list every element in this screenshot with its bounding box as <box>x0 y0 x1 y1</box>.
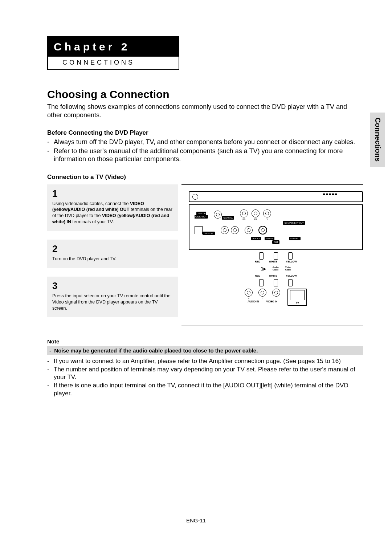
plug-icon <box>259 252 264 260</box>
jack-icon <box>252 209 260 217</box>
step-number: 3 <box>52 280 173 292</box>
step-number: 1 <box>52 188 173 199</box>
note-list: -If you want to connect to an Amplifier,… <box>47 357 363 397</box>
jack-icon <box>240 209 248 217</box>
label-coaxial: COAXIAL <box>222 216 234 220</box>
chapter-subtitle: CONNECTIONS <box>48 57 179 69</box>
dvd-player-front-icon <box>189 191 363 202</box>
chapter-label: Chapter 2 <box>48 37 179 57</box>
jack-icon <box>221 226 229 234</box>
section-intro: The following shows examples of connecti… <box>47 103 363 119</box>
jack-icon <box>214 211 222 219</box>
label-digital: DIGITAL AUDIO OUT <box>195 212 208 219</box>
note-item: The number and position of terminals may… <box>54 366 363 381</box>
before-list: -Always turn off the DVD player, TV, and… <box>47 138 363 163</box>
plug-icon <box>259 279 264 286</box>
jack-icon <box>245 226 253 234</box>
jack-icon <box>263 209 271 217</box>
step-body: Turn on the DVD player and TV. <box>52 256 173 262</box>
plug-icon <box>288 252 293 260</box>
plug-icon <box>274 252 278 260</box>
chapter-box: Chapter 2 CONNECTIONS <box>47 36 179 70</box>
plug-icon <box>288 279 293 286</box>
tvconn-heading: Connection to a TV (Video) <box>47 174 363 181</box>
connection-diagram: DIGITAL AUDIO OUT COAXIAL PB PR Y COMPON… <box>181 184 363 326</box>
label-component: COMPONENT OUT <box>283 221 305 225</box>
plug-icon <box>274 279 278 286</box>
step-body: Using video/audio cables, connect the VI… <box>52 201 173 225</box>
step-number: 2 <box>52 243 173 254</box>
note-item: If you want to connect to an Amplifier, … <box>54 357 341 365</box>
tv-jacks-icon: R L AUDIO IN VIDEO IN <box>245 289 280 303</box>
svideo-jack-icon <box>258 226 267 235</box>
side-tab: Connections <box>370 113 385 167</box>
note-item: If there is one audio input terminal on … <box>54 382 363 397</box>
section-title: Choosing a Connection <box>47 88 363 101</box>
note-highlight: - Noise may be generated if the audio ca… <box>47 346 363 355</box>
label-out: OUT <box>272 240 280 244</box>
tv-icon: TV <box>287 289 307 306</box>
before-heading: Before Connecting the DVD Player <box>47 129 363 136</box>
dvd-back-panel-icon: DIGITAL AUDIO OUT COAXIAL PB PR Y COMPON… <box>189 204 363 250</box>
jack-icon <box>231 226 239 234</box>
step-3: 3 Press the input selector on your TV re… <box>47 277 178 317</box>
optical-jack-icon <box>195 226 203 234</box>
label-optical: OPTICAL <box>203 232 215 235</box>
side-tab-label: Connections <box>373 118 382 162</box>
step-body: Press the input selector on your TV remo… <box>52 293 173 311</box>
step-2: 2 Turn on the DVD player and TV. <box>47 240 178 268</box>
before-item: Always turn off the DVD player, TV, and … <box>54 138 355 146</box>
step-1: 1 Using video/audio cables, connect the … <box>47 184 178 231</box>
note-heading: Note <box>47 338 363 345</box>
page-number: ENG-11 <box>0 517 392 523</box>
before-item: Refer to the user's manual of the additi… <box>54 147 363 163</box>
step-ref-1: 1▸ <box>261 266 266 272</box>
